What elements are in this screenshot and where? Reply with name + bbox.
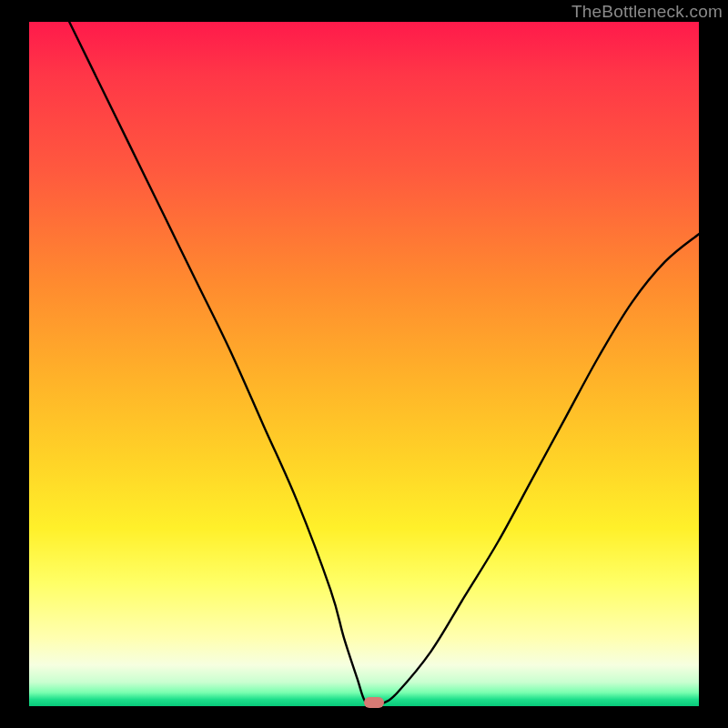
chart-stage: TheBottleneck.com [0, 0, 728, 728]
optimal-marker [364, 697, 384, 708]
bottleneck-curve [29, 22, 699, 706]
watermark-text: TheBottleneck.com [571, 2, 723, 22]
plot-area [29, 22, 699, 706]
